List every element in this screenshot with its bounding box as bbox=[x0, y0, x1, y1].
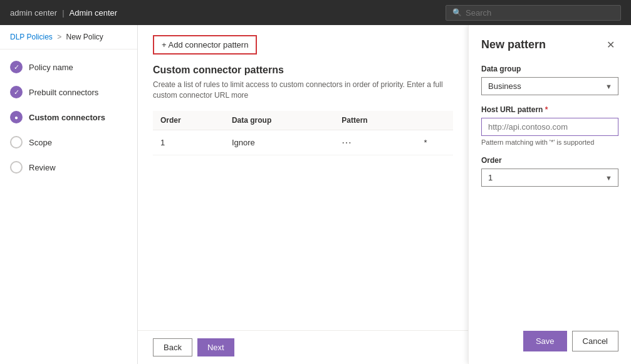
nav-circle-policy-name: ✓ bbox=[10, 61, 23, 73]
save-button[interactable]: Save bbox=[523, 331, 567, 351]
row-order: 1 bbox=[153, 130, 224, 155]
host-url-label: Host URL pattern * bbox=[481, 105, 618, 114]
close-button[interactable]: ✕ bbox=[603, 38, 618, 52]
sidebar-item-scope[interactable]: Scope bbox=[0, 130, 137, 155]
check-icon-2: ✓ bbox=[14, 88, 19, 96]
add-btn-row: + Add connector pattern bbox=[153, 35, 453, 55]
active-dot: ● bbox=[14, 114, 18, 121]
sidebar-label-custom: Custom connectors bbox=[29, 113, 105, 122]
breadcrumb-link[interactable]: DLP Policies bbox=[10, 33, 53, 41]
row-more-options[interactable]: ⋯ bbox=[342, 137, 352, 148]
panel-title: New pattern bbox=[481, 38, 546, 51]
sidebar-label-policy-name: Policy name bbox=[29, 63, 73, 72]
topbar-divider: | bbox=[62, 8, 64, 18]
data-group-label: Data group bbox=[481, 65, 618, 73]
sidebar-item-custom-connectors[interactable]: ● Custom connectors bbox=[0, 105, 137, 130]
cancel-button[interactable]: Cancel bbox=[572, 331, 618, 351]
breadcrumb-separator: > bbox=[57, 33, 63, 41]
nav-circle-scope bbox=[10, 136, 23, 148]
sidebar-item-policy-name[interactable]: ✓ Policy name bbox=[0, 55, 137, 80]
order-select[interactable]: 1 2 3 bbox=[481, 169, 618, 187]
table-row: 1 Ignore ⋯ * bbox=[153, 130, 453, 155]
data-group-field: Data group Business Non-Business Blocked… bbox=[481, 65, 618, 95]
breadcrumb: DLP Policies > New Policy bbox=[0, 25, 137, 49]
sidebar-item-prebuilt-connectors[interactable]: ✓ Prebuilt connectors bbox=[0, 80, 137, 105]
host-url-hint: Pattern matching with '*' is supported bbox=[481, 138, 618, 146]
next-button[interactable]: Next bbox=[197, 338, 234, 356]
nav-items: ✓ Policy name ✓ Prebuilt connectors ● Cu… bbox=[0, 49, 137, 185]
app-title: admin center bbox=[10, 8, 57, 18]
required-marker: * bbox=[545, 105, 548, 114]
admin-center-title: Admin center bbox=[70, 8, 118, 18]
order-select-wrapper: 1 2 3 ▼ bbox=[481, 169, 618, 187]
add-connector-button[interactable]: + Add connector pattern bbox=[153, 35, 257, 55]
back-button[interactable]: Back bbox=[153, 338, 192, 356]
sidebar: DLP Policies > New Policy ✓ Policy name … bbox=[0, 25, 138, 364]
sidebar-label-review: Review bbox=[29, 163, 56, 172]
order-label: Order bbox=[481, 156, 618, 165]
search-input[interactable] bbox=[466, 8, 614, 18]
sidebar-label-prebuilt: Prebuilt connectors bbox=[29, 88, 98, 97]
right-panel: New pattern ✕ Data group Business Non-Bu… bbox=[468, 25, 631, 364]
bottom-bar: Back Next bbox=[138, 330, 468, 364]
data-group-select-wrapper: Business Non-Business Blocked Ignore ▼ bbox=[481, 77, 618, 95]
nav-circle-review bbox=[10, 161, 23, 174]
col-data-group: Data group bbox=[224, 111, 334, 130]
panel-bottom: Save Cancel bbox=[481, 331, 618, 351]
row-pattern: * bbox=[417, 130, 453, 155]
sidebar-item-review[interactable]: Review bbox=[0, 155, 137, 180]
order-field: Order 1 2 3 ▼ bbox=[481, 156, 618, 187]
row-data-group: Ignore bbox=[224, 130, 334, 155]
col-order: Order bbox=[153, 111, 224, 130]
col-pattern: Pattern bbox=[334, 111, 416, 130]
check-icon: ✓ bbox=[14, 63, 19, 71]
section-desc: Create a list of rules to limit access t… bbox=[153, 80, 453, 101]
content-area: + Add connector pattern Custom connector… bbox=[138, 25, 468, 330]
data-group-select[interactable]: Business Non-Business Blocked Ignore bbox=[481, 77, 618, 95]
nav-circle-custom: ● bbox=[10, 111, 23, 123]
section-title: Custom connector patterns bbox=[153, 65, 453, 76]
col-actions bbox=[417, 111, 453, 130]
connector-table: Order Data group Pattern 1 Ignore ⋯ * bbox=[153, 111, 453, 155]
host-url-field: Host URL pattern * Pattern matching with… bbox=[481, 105, 618, 146]
host-url-input[interactable] bbox=[481, 118, 618, 136]
panel-header: New pattern ✕ bbox=[481, 38, 618, 52]
sidebar-label-scope: Scope bbox=[29, 138, 52, 147]
breadcrumb-current: New Policy bbox=[66, 33, 103, 41]
search-icon: 🔍 bbox=[452, 8, 462, 17]
topbar: admin center | Admin center 🔍 bbox=[0, 0, 631, 25]
nav-circle-prebuilt: ✓ bbox=[10, 86, 23, 98]
search-box[interactable]: 🔍 bbox=[446, 5, 621, 21]
